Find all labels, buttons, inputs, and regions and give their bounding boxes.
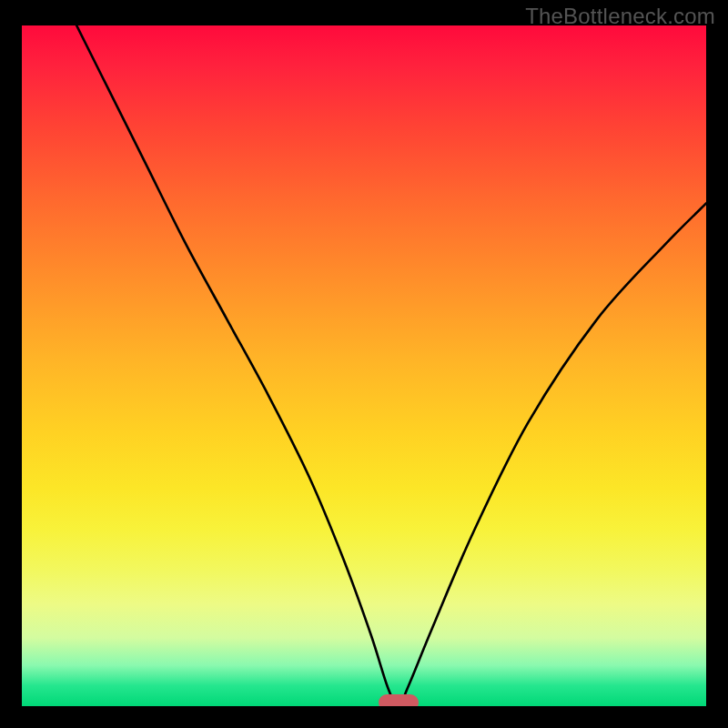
plot-area [22, 25, 706, 706]
minimum-marker [379, 694, 419, 707]
curve-svg [22, 25, 706, 706]
watermark-text: TheBottleneck.com [525, 4, 715, 29]
bottleneck-curve-path [76, 25, 706, 706]
chart-frame: TheBottleneck.com [0, 0, 728, 728]
